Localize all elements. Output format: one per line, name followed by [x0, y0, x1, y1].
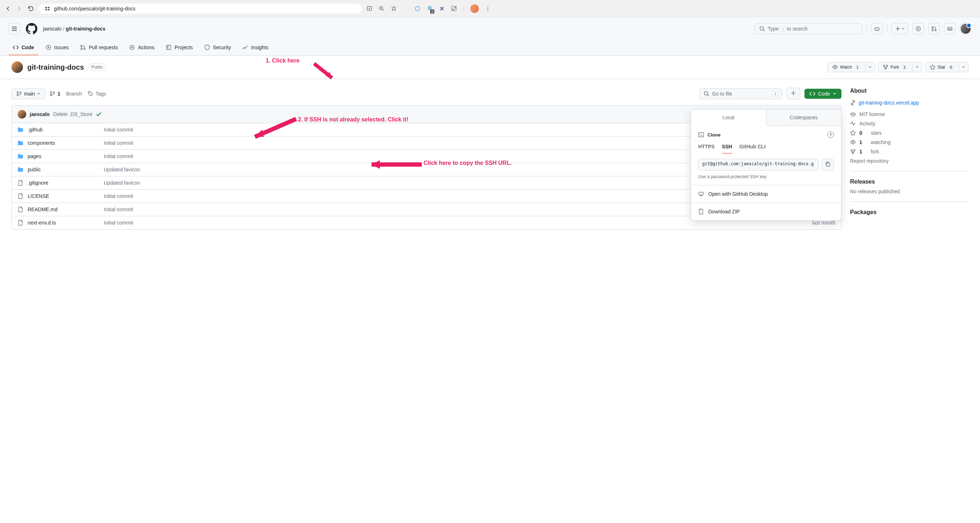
repo-website-link[interactable]: git-training-docs.vercel.app — [850, 100, 969, 105]
tags-link[interactable]: Tags — [88, 91, 106, 97]
code-dropdown-button[interactable]: Code — [805, 89, 842, 99]
file-name[interactable]: .github — [28, 127, 99, 132]
commit-message[interactable]: Delete .DS_Store — [53, 112, 92, 117]
download-zip-button[interactable]: Download ZIP — [691, 203, 841, 220]
repo-nav: Code Issues Pull requests Actions Projec… — [0, 40, 980, 56]
copilot-button[interactable] — [871, 23, 883, 35]
code-icon — [810, 91, 815, 97]
svg-point-16 — [918, 28, 919, 29]
svg-point-19 — [935, 29, 936, 31]
file-name[interactable]: public — [28, 167, 99, 172]
stars-link[interactable]: 0 stars — [850, 130, 969, 136]
ext3-icon[interactable] — [439, 5, 445, 12]
extensions-icon[interactable] — [451, 5, 457, 12]
terminal-icon — [698, 132, 704, 137]
clone-tab-https[interactable]: HTTPS — [698, 144, 715, 154]
packages-heading: Packages — [850, 209, 969, 215]
star-button[interactable]: Star0 — [925, 62, 958, 72]
license-link[interactable]: MIT license — [850, 112, 969, 117]
folder-icon — [18, 153, 23, 159]
tab-pull-requests[interactable]: Pull requests — [76, 40, 122, 55]
clone-tab-ssh[interactable]: SSH — [722, 144, 732, 154]
tab-projects[interactable]: Projects — [162, 40, 197, 55]
svg-rect-1 — [48, 7, 49, 8]
file-name[interactable]: .gitignore — [28, 180, 99, 186]
commit-author[interactable]: jaescalo — [30, 112, 49, 117]
back-icon[interactable] — [4, 5, 11, 12]
svg-point-8 — [487, 6, 488, 7]
owner-avatar[interactable] — [11, 61, 23, 73]
tab-issues[interactable]: Issues — [41, 40, 73, 55]
zip-icon — [698, 209, 704, 214]
file-name[interactable]: README.md — [28, 207, 99, 212]
global-search[interactable]: Type / to search — [754, 23, 862, 34]
dd-tab-local[interactable]: Local — [691, 110, 766, 126]
visibility-badge: Public — [88, 64, 107, 71]
url-bar[interactable]: github.com/jaescalo/git-training-docs — [39, 3, 362, 14]
file-icon — [18, 207, 23, 212]
commit-author-avatar[interactable] — [18, 110, 26, 118]
fork-caret[interactable] — [912, 62, 922, 72]
forward-icon — [16, 5, 23, 12]
watch-button[interactable]: Watch1 — [827, 62, 865, 72]
add-file-button[interactable] — [786, 88, 800, 99]
clone-url-input[interactable]: git@github.com:jaescalo/git-training-doc… — [698, 159, 819, 171]
fork-button[interactable]: Fork1 — [878, 62, 912, 72]
install-icon[interactable] — [366, 5, 372, 12]
activity-link[interactable]: Activity — [850, 121, 969, 126]
inbox-button[interactable] — [944, 23, 956, 35]
branches-link[interactable]: 1 Branch — [49, 91, 82, 97]
svg-point-27 — [834, 67, 836, 68]
svg-point-37 — [89, 92, 90, 93]
bookmark-star-icon[interactable] — [391, 5, 397, 12]
dd-tab-codespaces[interactable]: Codespaces — [766, 110, 842, 126]
file-name[interactable]: pages — [28, 153, 99, 159]
reload-icon[interactable] — [27, 5, 35, 12]
clone-heading: Clone — [708, 132, 721, 137]
forks-link[interactable]: 1 fork — [850, 149, 969, 155]
profile-avatar[interactable] — [470, 4, 479, 13]
ext1-icon[interactable] — [414, 5, 421, 12]
create-new-button[interactable] — [892, 23, 908, 35]
file-icon — [18, 193, 23, 199]
go-to-file-input[interactable]: Go to file t — [700, 88, 782, 99]
github-logo[interactable] — [26, 23, 37, 35]
breadcrumb: jaescalo/git-training-docs — [43, 26, 105, 32]
svg-rect-3 — [48, 9, 49, 10]
zoom-icon[interactable] — [379, 5, 385, 12]
breadcrumb-repo[interactable]: git-training-docs — [66, 26, 105, 32]
pulse-icon — [850, 121, 856, 126]
fork-icon — [850, 149, 856, 155]
watching-link[interactable]: 1 watching — [850, 139, 969, 145]
svg-point-23 — [81, 48, 82, 49]
breadcrumb-owner[interactable]: jaescalo — [43, 26, 61, 32]
tab-code[interactable]: Code — [9, 40, 38, 55]
svg-point-34 — [50, 92, 52, 93]
issues-button[interactable] — [913, 23, 924, 35]
file-name[interactable]: components — [28, 140, 99, 146]
watch-caret[interactable] — [865, 62, 875, 72]
file-name[interactable]: LICENSE — [28, 193, 99, 199]
tab-security[interactable]: Security — [200, 40, 235, 55]
file-commit-message[interactable]: Initial commit — [104, 220, 795, 226]
ext2-icon[interactable] — [426, 5, 433, 12]
copy-url-button[interactable] — [822, 159, 834, 171]
clone-tab-cli[interactable]: GitHub CLI — [740, 144, 766, 154]
branch-selector[interactable]: main — [11, 88, 45, 99]
svg-point-28 — [883, 65, 885, 67]
tab-actions[interactable]: Actions — [125, 40, 159, 55]
svg-rect-39 — [698, 132, 703, 137]
hamburger-menu[interactable] — [9, 23, 20, 35]
branch-icon — [16, 91, 22, 97]
repo-header: git-training-docs Public Watch1 Fork1 St… — [0, 56, 980, 79]
browser-menu-icon[interactable] — [485, 5, 491, 12]
pull-requests-button[interactable] — [928, 23, 940, 35]
user-avatar[interactable] — [960, 23, 971, 35]
clone-help-button[interactable]: ? — [827, 131, 834, 138]
star-caret[interactable] — [958, 62, 969, 72]
link-icon — [850, 100, 856, 105]
tab-insights[interactable]: Insights — [238, 40, 272, 55]
report-link[interactable]: Report repository — [850, 158, 969, 164]
file-name[interactable]: next-env.d.ts — [28, 220, 99, 226]
open-desktop-button[interactable]: Open with GitHub Desktop — [691, 185, 841, 203]
